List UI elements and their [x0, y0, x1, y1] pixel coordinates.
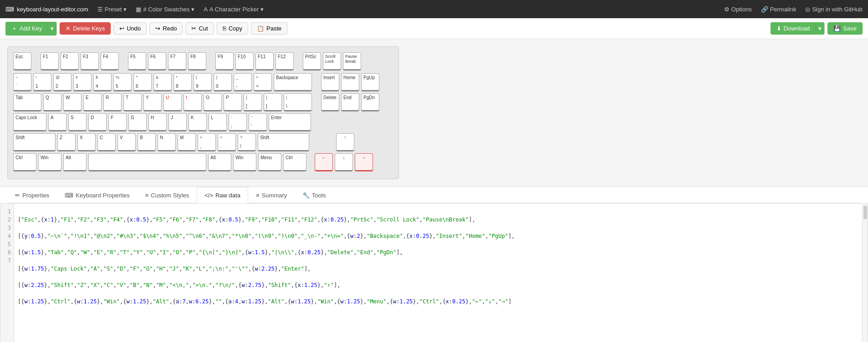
key-p[interactable]: P [224, 93, 242, 111]
download-dropdown[interactable]: ▾ [815, 22, 825, 35]
key-space[interactable] [88, 153, 206, 171]
key-f[interactable]: F [108, 113, 127, 131]
key-lbracket[interactable]: { [ [244, 93, 262, 111]
key-h[interactable]: H [148, 113, 167, 131]
key-w[interactable]: W [63, 93, 82, 111]
key-y[interactable]: Y [143, 93, 162, 111]
key-backslash[interactable]: | \ [284, 93, 312, 111]
key-menu[interactable]: Menu [258, 153, 281, 171]
key-g[interactable]: G [128, 113, 147, 131]
key-b[interactable]: B [138, 133, 156, 151]
key-n[interactable]: N [158, 133, 176, 151]
add-key-dropdown[interactable]: ▾ [47, 22, 57, 35]
key-prtsc[interactable]: PrtSc [303, 52, 321, 70]
key-f6[interactable]: F6 [148, 52, 166, 70]
key-f9[interactable]: F9 [215, 52, 234, 70]
key-home[interactable]: Home [341, 73, 359, 91]
undo-button[interactable]: ↩ Undo [113, 22, 147, 35]
key-j[interactable]: J [168, 113, 187, 131]
download-button[interactable]: ⬇ Download [771, 22, 816, 35]
tab-raw-data[interactable]: </> Raw data [197, 187, 248, 203]
key-delete[interactable]: Delete [321, 93, 339, 111]
key-2[interactable]: @ 2 [53, 73, 71, 91]
add-key-button[interactable]: ＋ Add Key [5, 22, 47, 35]
key-rwin[interactable]: Win [233, 153, 256, 171]
save-button[interactable]: 💾 Save [827, 22, 863, 35]
key-slash[interactable]: ? / [238, 133, 256, 151]
scrollbar-thumb[interactable] [863, 206, 867, 219]
character-picker-menu[interactable]: A A Character Picker ▾ [204, 6, 264, 13]
key-i[interactable]: I [184, 93, 202, 111]
key-backspace[interactable]: Backspace [274, 73, 312, 91]
key-pgdn[interactable]: PgDn [361, 93, 379, 111]
key-ralt[interactable]: Alt [208, 153, 231, 171]
key-f8[interactable]: F8 [188, 52, 206, 70]
key-8[interactable]: * 8 [174, 73, 192, 91]
options-button[interactable]: ⚙ Options [724, 6, 752, 13]
key-rctrl[interactable]: Ctrl [283, 153, 306, 171]
key-f4[interactable]: F4 [101, 52, 119, 70]
key-9[interactable]: ( 9 [194, 73, 212, 91]
key-v[interactable]: V [117, 133, 136, 151]
key-f1[interactable]: F1 [41, 52, 59, 70]
signin-button[interactable]: ◎ Sign in with GitHub [805, 6, 863, 13]
key-5[interactable]: % 5 [113, 73, 132, 91]
code-content[interactable]: ["Esc",{x:1},"F1","F2","F3","F4",{x:0.5}… [14, 204, 862, 342]
key-lwin[interactable]: Win [38, 153, 61, 171]
key-f11[interactable]: F11 [255, 52, 274, 70]
copy-button[interactable]: ⎘ Copy [217, 22, 248, 35]
key-up[interactable]: ↑ [336, 133, 354, 151]
key-lshift[interactable]: Shift [13, 133, 56, 151]
key-a[interactable]: A [48, 113, 66, 131]
redo-button[interactable]: ↪ Redo [149, 22, 183, 35]
key-caps-lock[interactable]: Caps Lock [13, 113, 46, 131]
scrollbar[interactable] [862, 204, 868, 342]
key-insert[interactable]: Insert [321, 73, 339, 91]
key-f2[interactable]: F2 [61, 52, 79, 70]
key-q[interactable]: Q [43, 93, 61, 111]
key-z[interactable]: Z [57, 133, 76, 151]
key-m[interactable]: M [178, 133, 196, 151]
key-u[interactable]: U [163, 93, 182, 111]
key-e[interactable]: E [83, 93, 102, 111]
tab-keyboard-properties[interactable]: ⌨ Keyboard Properties [57, 187, 138, 203]
key-f10[interactable]: F10 [235, 52, 254, 70]
color-swatches-menu[interactable]: ▦ # Color Swatches ▾ [136, 6, 194, 13]
key-period[interactable]: > . [218, 133, 236, 151]
key-f7[interactable]: F7 [168, 52, 186, 70]
key-f3[interactable]: F3 [81, 52, 99, 70]
key-4[interactable]: $ 4 [93, 73, 112, 91]
key-k[interactable]: K [189, 113, 207, 131]
key-esc[interactable]: Esc [13, 52, 31, 70]
key-right[interactable]: → [355, 153, 373, 171]
key-rbracket[interactable]: } ] [264, 93, 282, 111]
cut-button[interactable]: ✂ Cut [185, 22, 214, 35]
key-left[interactable]: ← [315, 153, 333, 171]
key-equals[interactable]: + = [254, 73, 272, 91]
key-down[interactable]: ↓ [335, 153, 353, 171]
tab-tools[interactable]: 🔧 Tools [295, 187, 333, 203]
key-x[interactable]: X [77, 133, 96, 151]
key-lalt[interactable]: Alt [63, 153, 87, 171]
tab-properties[interactable]: ✏ Properties [7, 187, 57, 203]
tab-summary[interactable]: ≡ Summary [248, 187, 295, 203]
key-f12[interactable]: F12 [276, 52, 294, 70]
key-o[interactable]: O [204, 93, 222, 111]
key-d[interactable]: D [88, 113, 107, 131]
delete-keys-button[interactable]: ✕ Delete Keys [60, 22, 111, 35]
key-f5[interactable]: F5 [128, 52, 146, 70]
key-semicolon[interactable]: : ; [229, 113, 247, 131]
key-end[interactable]: End [341, 93, 359, 111]
key-0[interactable]: ) 0 [214, 73, 232, 91]
key-enter[interactable]: Enter [269, 113, 311, 131]
key-comma[interactable]: < , [198, 133, 216, 151]
key-3[interactable]: # 3 [73, 73, 92, 91]
key-backtick[interactable]: ~ ` [13, 73, 31, 91]
key-quote[interactable]: " ' [249, 113, 267, 131]
key-r[interactable]: R [103, 93, 122, 111]
permalink-button[interactable]: 🔗 Permalink [761, 6, 797, 13]
key-pause[interactable]: PauseBreak [343, 52, 361, 70]
key-1[interactable]: ! 1 [33, 73, 51, 91]
tab-custom-styles[interactable]: ≡ Custom Styles [138, 187, 197, 203]
key-6[interactable]: ^ 6 [133, 73, 152, 91]
